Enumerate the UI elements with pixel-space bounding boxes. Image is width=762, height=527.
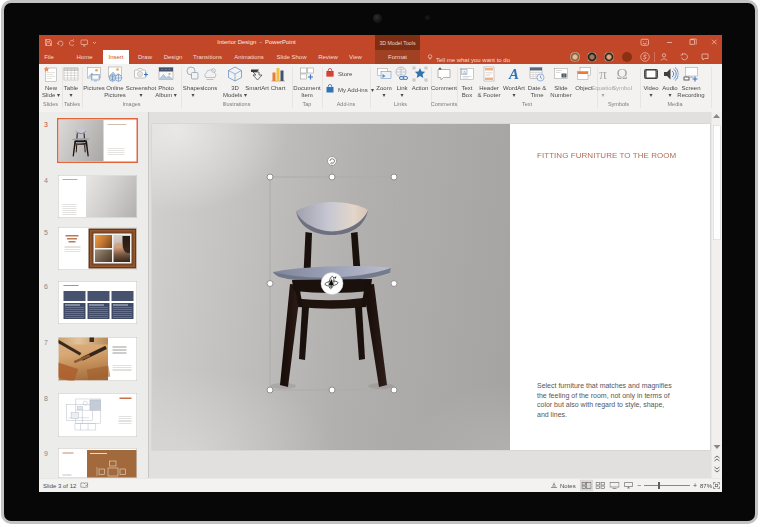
svg-text:#: #	[563, 74, 565, 78]
svg-text:π: π	[599, 66, 607, 82]
svg-text:Ω: Ω	[616, 66, 627, 82]
svg-text:A: A	[508, 66, 519, 82]
